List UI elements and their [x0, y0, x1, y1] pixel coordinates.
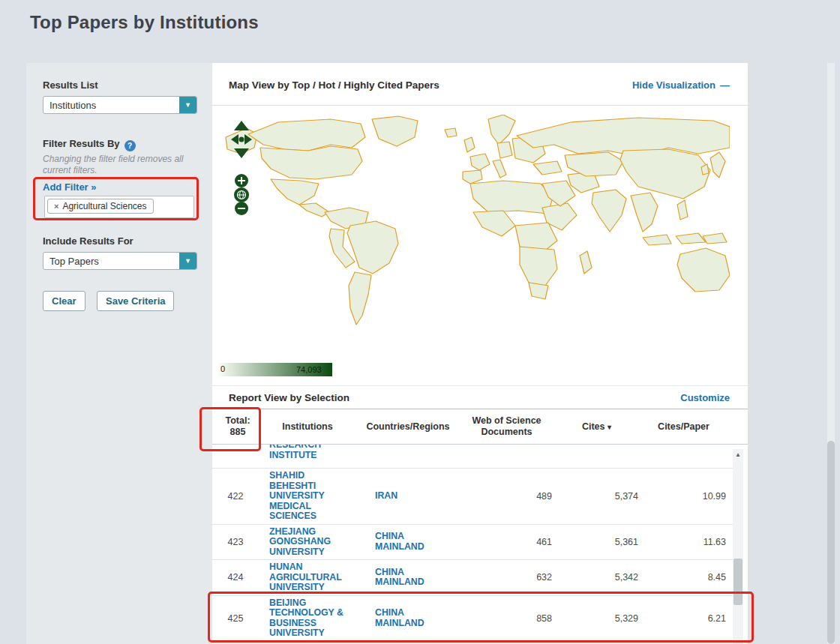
help-icon[interactable]: ?	[124, 140, 136, 151]
total-label: Total:	[217, 415, 259, 427]
map-region-indonesia[interactable]	[643, 233, 706, 245]
pan-down-button[interactable]	[234, 148, 249, 158]
row-documents: 489	[460, 491, 554, 502]
pan-center-button[interactable]	[239, 137, 244, 142]
map-region-iceland[interactable]	[445, 128, 457, 137]
active-filter-field[interactable]: × Agricultural Sciences	[44, 196, 194, 218]
chevron-down-icon[interactable]: ▼	[179, 97, 196, 113]
map-region-west-africa[interactable]	[473, 211, 515, 236]
report-table-header: Total: 885 Institutions Countries/Region…	[212, 409, 748, 445]
filter-results-by-label: Filter Results By?	[43, 138, 136, 151]
column-header-cites-per-paper: Cites/Paper	[640, 409, 728, 444]
map-region-australia[interactable]	[677, 248, 730, 292]
map-region-south-africa[interactable]	[529, 283, 548, 299]
results-list-dropdown[interactable]: Institutions ▼	[43, 96, 197, 114]
row-cites-per-paper: 6.21	[640, 613, 728, 624]
report-table-body: RESEARCH INSTITUTE 422 SHAHID BEHESHTI U…	[212, 445, 733, 644]
world-map[interactable]	[218, 115, 730, 360]
collapse-icon[interactable]: —	[720, 79, 730, 91]
map-region-japan[interactable]	[710, 152, 725, 178]
row-cites-per-paper: 11.63	[640, 537, 728, 547]
pan-left-button[interactable]	[231, 134, 238, 145]
row-cites-per-paper: 8.45	[640, 572, 728, 583]
hide-visualization-link[interactable]: Hide Visualization—	[632, 79, 730, 91]
map-region-canada[interactable]	[248, 119, 365, 151]
include-results-label: Include Results For	[43, 235, 134, 247]
map-region-turkey[interactable]	[533, 161, 562, 175]
sort-caret-icon: ▾	[608, 423, 611, 431]
chevron-down-icon[interactable]: ▼	[179, 253, 196, 269]
institution-link[interactable]: HUNAN AGRICULTURAL UNIVERSITY	[269, 562, 344, 593]
page-scrollbar-thumb[interactable]	[827, 441, 835, 644]
map-region-india[interactable]	[592, 190, 626, 232]
table-scrollbar[interactable]: ▲	[733, 449, 743, 644]
country-link[interactable]: CHINA MAINLAND	[375, 532, 430, 552]
table-row[interactable]: 422 SHAHID BEHESHTI UNIVERSITY MEDICAL S…	[212, 469, 733, 525]
map-region-argentina[interactable]	[349, 272, 371, 325]
column-header-institutions: Institutions	[259, 409, 356, 444]
table-row[interactable]: 424 HUNAN AGRICULTURAL UNIVERSITY CHINA …	[212, 560, 733, 596]
column-header-cites-sort[interactable]: Cites ▾	[554, 409, 640, 444]
map-region-philippines[interactable]	[677, 200, 688, 220]
institution-link[interactable]: ZHEJIANG GONGSHANG UNIVERSITY	[269, 527, 344, 558]
institution-link[interactable]: SHAHID BEHESHTI UNIVERSITY MEDICAL SCIEN…	[269, 471, 344, 522]
table-scrollbar-thumb[interactable]	[734, 559, 742, 605]
report-view-title: Report View by Selection	[229, 392, 350, 403]
table-row[interactable]: 425 BEIJING TECHNOLOGY & BUSINESS UNIVER…	[212, 596, 733, 642]
filter-tag-label: Agricultural Sciences	[62, 201, 146, 211]
map-region-southern-africa[interactable]	[520, 247, 557, 286]
row-documents: 461	[460, 537, 554, 547]
remove-filter-icon[interactable]: ×	[54, 202, 58, 211]
row-rank: 423	[212, 537, 259, 547]
country-link[interactable]: CHINA MAINLAND	[375, 608, 430, 628]
customize-link[interactable]: Customize	[680, 392, 730, 403]
row-cites: 5,374	[554, 491, 640, 502]
map-controls[interactable]	[229, 119, 254, 217]
filter-tag[interactable]: × Agricultural Sciences	[47, 199, 154, 214]
table-row[interactable]: 423 ZHEJIANG GONGSHANG UNIVERSITY CHINA …	[212, 525, 733, 561]
map-region-kazakhstan[interactable]	[565, 152, 623, 176]
row-cites: 5,342	[554, 572, 640, 583]
total-count: Total: 885	[212, 409, 259, 444]
map-region-se-asia[interactable]	[631, 193, 658, 232]
map-region-png[interactable]	[703, 233, 727, 244]
map-region-north-africa[interactable]	[470, 181, 553, 214]
map-region-usa[interactable]	[260, 146, 362, 179]
map-region-scandinavia[interactable]	[488, 115, 515, 145]
save-criteria-button[interactable]: Save Criteria	[97, 291, 175, 311]
include-results-value: Top Papers	[44, 256, 179, 267]
clear-button[interactable]: Clear	[43, 291, 86, 311]
map-region-china[interactable]	[620, 149, 710, 199]
country-link[interactable]: CHINA MAINLAND	[375, 568, 430, 588]
choropleth-map[interactable]	[218, 115, 730, 360]
institution-link[interactable]: RESEARCH INSTITUTE	[269, 445, 344, 460]
map-region-brazil[interactable]	[347, 221, 398, 274]
row-rank: 424	[212, 572, 259, 583]
hide-visualization-label: Hide Visualization	[632, 79, 716, 91]
page-scrollbar[interactable]	[827, 63, 835, 644]
institution-link[interactable]: BEIJING TECHNOLOGY & BUSINESS UNIVERSITY	[269, 598, 344, 639]
table-row[interactable]: RESEARCH INSTITUTE	[212, 445, 733, 469]
map-region-greenland[interactable]	[372, 116, 418, 146]
pan-up-button[interactable]	[234, 121, 249, 130]
legend-max-label: 74,093	[296, 365, 322, 374]
report-section-header: Report View by Selection Customize	[212, 385, 748, 409]
scroll-up-arrow-icon[interactable]: ▲	[733, 449, 743, 460]
map-region-uk[interactable]	[464, 137, 475, 152]
map-region-italy[interactable]	[493, 160, 506, 178]
map-region-france[interactable]	[470, 154, 490, 170]
include-results-dropdown[interactable]: Top Papers ▼	[43, 252, 197, 270]
filter-sidebar: Results List Institutions ▼ Filter Resul…	[26, 63, 212, 644]
pan-right-button[interactable]	[244, 134, 252, 145]
country-link[interactable]: IRAN	[375, 491, 430, 502]
map-region-mexico[interactable]	[271, 179, 319, 205]
add-filter-link[interactable]: Add Filter »	[43, 181, 97, 193]
sidebar-buttons: Clear Save Criteria	[43, 291, 182, 311]
map-region-madagascar[interactable]	[580, 251, 592, 274]
map-region-spain[interactable]	[463, 170, 482, 184]
map-region-germany[interactable]	[497, 142, 512, 158]
row-rank: 425	[212, 613, 259, 624]
row-documents: 632	[460, 572, 554, 583]
map-region-central-america[interactable]	[299, 203, 329, 217]
map-color-legend: 0 74,093	[218, 363, 332, 376]
